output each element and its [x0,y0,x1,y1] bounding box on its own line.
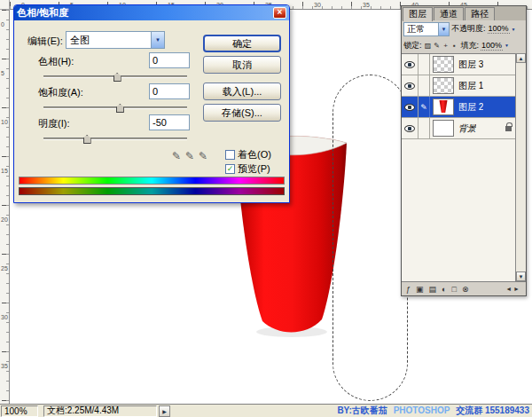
ruler-corner [0,0,10,10]
left-arrow-icon: ◄ [505,286,513,292]
tab-paths[interactable]: 路径 [465,7,495,20]
add-layer-style-icon[interactable]: ƒ [406,283,411,295]
panel-bottom-icons: ƒ▣▤◐□⊗ [406,283,468,295]
lock-icon [505,126,512,131]
ok-button[interactable]: 确定 [203,35,281,52]
layer-row-background[interactable]: 背景 [402,118,516,139]
ruler-number: 10 [1,119,8,125]
scroll-up-icon[interactable]: ▲ [516,53,526,63]
colorize-checkbox[interactable]: 着色(O) [225,148,271,161]
chevron-down-icon[interactable]: ▼ [505,43,509,48]
saturation-label: 饱和度(A): [38,86,83,99]
preview-label: 预览(P) [238,162,270,176]
hue-input[interactable] [149,52,190,68]
hue-saturation-dialog: 色相/饱和度 × 编辑(E): 全图 ▼ 确定 取消 载入(L)... 存储(S… [13,4,290,203]
status-bar: 100% 文档:2.25M/4.43M ▶ BY:古欧番茄 PHOTOSHOP … [0,404,532,417]
lock-row: 锁定: ▨✎+▪ 填充: 100% ▼ [402,37,526,53]
lock-icons: ▨✎+▪ [424,40,459,51]
new-layer-icon[interactable]: □ [451,283,456,295]
layer-thumbnail[interactable] [433,120,454,137]
save-button[interactable]: 存储(S)... [203,104,281,122]
ruler-number: 30 [1,314,8,320]
edit-dropdown[interactable]: 全图 ▼ [66,31,165,49]
edit-dropdown-value: 全图 [70,34,90,47]
scroll-down-icon[interactable]: ▼ [516,271,526,281]
lock-all-icon[interactable]: ▪ [450,42,459,51]
opacity-value[interactable]: 100% [488,24,510,34]
layer-name: 图层 2 [458,101,483,114]
tab-layers[interactable]: 图层 [403,7,433,21]
document-size-info: 文档:2.25M/4.43M [43,405,157,417]
add-mask-icon[interactable]: ▣ [416,283,424,295]
lock-position-icon[interactable]: + [442,42,450,51]
zoom-level[interactable]: 100% [1,405,38,417]
load-button[interactable]: 载入(L)... [203,83,281,100]
eye-icon [404,104,415,111]
lock-label: 锁定: [403,40,422,51]
blend-mode-dropdown[interactable]: 正常 ▼ [403,22,450,36]
dialog-body: 编辑(E): 全图 ▼ 确定 取消 载入(L)... 存储(S)... 色相(H… [14,20,289,201]
layer-thumbnail[interactable] [433,56,454,73]
panel-scroll-arrows[interactable]: ◄► [505,286,521,292]
left-ruler[interactable]: 05101520253035 [0,10,10,404]
lightness-input[interactable] [149,114,190,130]
layer-row-layer3[interactable]: 图层 3 [402,54,516,75]
adjustment-layer-icon[interactable]: ◐ [442,283,446,295]
visibility-toggle[interactable] [402,75,419,96]
lightness-slider[interactable] [43,134,187,145]
delete-layer-icon[interactable]: ⊗ [462,283,469,295]
layer-name: 图层 3 [458,59,483,71]
ruler-number: 15 [1,168,8,174]
watermark-credit: BY:古欧番茄 PHOTOSHOP 交流群 155189433 [337,405,529,417]
new-set-icon[interactable]: ▤ [429,283,437,295]
layer-row-layer2[interactable]: ✎ 图层 2 [402,97,516,118]
ruler-number: 20 [1,216,8,223]
close-icon[interactable]: × [273,7,286,19]
fill-label: 填充: [461,40,480,51]
hue-label: 色相(H): [38,55,74,68]
checkbox-box[interactable] [225,150,235,160]
status-popup-arrow-icon[interactable]: ▶ [159,405,170,417]
chevron-down-icon[interactable]: ▼ [151,32,164,48]
credit-group: 交流群 155189433 [456,405,529,415]
source-color-bar [19,177,285,185]
chevron-down-icon[interactable]: ▼ [438,23,449,35]
link-cell [419,54,430,75]
layer-thumbnail-cup[interactable] [433,98,454,115]
preview-checkbox[interactable]: ✓ 预览(P) [225,162,270,176]
check-icon[interactable]: ✓ [225,164,235,174]
layer-thumbnail[interactable] [433,77,454,94]
selection-marquee [332,75,408,401]
visibility-toggle[interactable] [402,97,419,117]
fill-value[interactable]: 100% [481,41,503,51]
lightness-slider-thumb[interactable] [83,135,91,144]
tab-channels[interactable]: 通道 [434,7,464,20]
eye-icon [404,83,415,90]
lock-paint-icon[interactable]: ✎ [433,42,442,51]
layers-panel: 图层 通道 路径 正常 ▼ 不透明度: 100% ▼ 锁定: ▨✎+▪ 填充: … [401,5,527,296]
visibility-toggle[interactable] [402,118,419,138]
edit-label: 编辑(E): [27,35,63,48]
eyedropper-icons[interactable]: ✎✎✎ [172,150,212,162]
visibility-toggle[interactable] [402,54,419,75]
photoshop-workspace: 051015202530354045 05101520253035 [0,0,532,417]
credit-author: BY:古欧番茄 [337,405,387,415]
saturation-slider-thumb[interactable] [116,104,124,113]
panel-scrollbar[interactable]: ▲ ▼ [515,53,526,281]
cancel-button[interactable]: 取消 [203,56,281,74]
chevron-down-icon[interactable]: ▼ [512,27,516,32]
lock-transparency-icon[interactable]: ▨ [424,42,433,51]
saturation-slider[interactable] [43,103,187,114]
lightness-slider-track[interactable] [43,138,187,140]
layer-row-layer1[interactable]: 图层 1 [402,75,516,97]
hue-slider[interactable] [43,72,187,83]
right-arrow-icon: ► [513,286,521,292]
eye-icon [404,125,415,132]
ruler-number: 35 [363,2,370,8]
lightness-label: 明度(I): [38,117,69,130]
saturation-input[interactable] [149,83,190,99]
dialog-titlebar[interactable]: 色相/饱和度 × [14,5,289,20]
hue-slider-thumb[interactable] [113,73,121,82]
saturation-slider-track[interactable] [43,106,187,109]
brush-icon: ✎ [419,97,430,117]
